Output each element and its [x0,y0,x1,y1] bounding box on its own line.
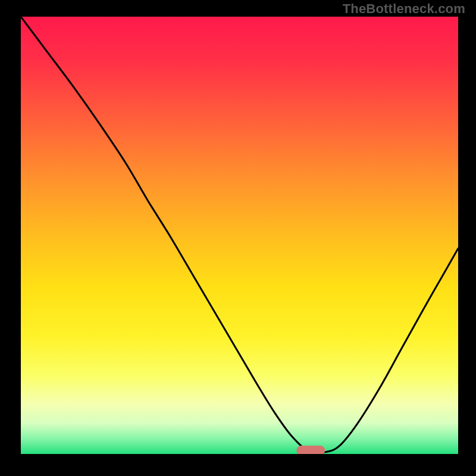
watermark-text: TheBottleneck.com [343,1,465,17]
bottleneck-chart [0,0,476,476]
gradient-background [21,17,458,454]
frame-border-right [458,0,476,476]
frame-border-bottom [0,454,476,476]
chart-frame: TheBottleneck.com [0,0,476,476]
svg-rect-1 [296,446,325,455]
frame-border-left [0,0,21,476]
current-config-marker [296,446,325,455]
